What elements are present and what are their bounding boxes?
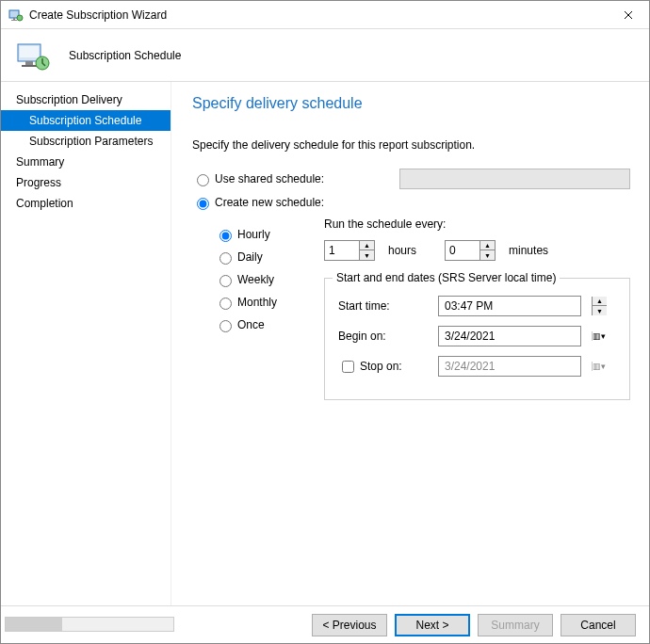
svg-rect-5 [20, 46, 39, 57]
calendar-dropdown-icon[interactable]: ▥▾ [592, 331, 606, 341]
page-title: Specify delivery schedule [192, 95, 630, 112]
create-new-label: Create new schedule: [215, 196, 324, 209]
sidebar-item-completion[interactable]: Completion [1, 193, 171, 214]
begin-on-field[interactable] [439, 330, 592, 343]
next-button[interactable]: Next > [395, 614, 470, 636]
main-panel: Specify delivery schedule Specify the de… [171, 82, 649, 605]
dates-legend: Start and end dates (SRS Server local ti… [333, 271, 560, 284]
sidebar-item-summary[interactable]: Summary [1, 152, 171, 172]
dates-fieldset: Start and end dates (SRS Server local ti… [324, 278, 630, 400]
hours-spinner[interactable]: ▲▼ [324, 240, 375, 261]
minutes-spinner[interactable]: ▲▼ [445, 240, 496, 261]
header: Subscription Schedule [1, 29, 649, 81]
sidebar-item-delivery[interactable]: Subscription Delivery [1, 89, 171, 110]
app-icon [8, 8, 24, 23]
hours-input[interactable] [325, 241, 359, 260]
previous-button[interactable]: < Previous [312, 614, 387, 636]
begin-on-label: Begin on: [338, 330, 438, 343]
minutes-input[interactable] [446, 241, 479, 260]
start-time-input[interactable]: ▲▼ [438, 296, 581, 316]
frequency-group: Hourly Daily Weekly Monthly Once [215, 227, 318, 340]
page-description: Specify the delivery schedule for this r… [192, 138, 630, 152]
time-up-icon[interactable]: ▲ [593, 297, 607, 306]
freq-weekly-radio[interactable] [219, 275, 232, 287]
sidebar-item-schedule[interactable]: Subscription Schedule [1, 110, 171, 131]
freq-monthly-radio[interactable] [219, 298, 232, 310]
summary-button: Summary [478, 614, 553, 636]
run-panel: Run the schedule every: ▲▼ hours ▲▼ minu… [324, 217, 630, 400]
freq-once-radio[interactable] [219, 320, 232, 332]
svg-rect-7 [22, 65, 37, 67]
freq-daily-label: Daily [237, 250, 263, 264]
freq-monthly-label: Monthly [237, 296, 277, 309]
calendar-dropdown-disabled-icon: ▥▾ [592, 362, 606, 371]
begin-on-input[interactable]: ▥▾ [438, 326, 581, 346]
header-subtitle: Subscription Schedule [69, 49, 181, 62]
sidebar-scrollbar[interactable] [5, 617, 174, 632]
sidebar: Subscription Delivery Subscription Sched… [1, 82, 171, 605]
create-new-radio[interactable] [197, 198, 209, 210]
stop-on-input: ▥▾ [438, 356, 581, 377]
use-shared-row: Use shared schedule: [192, 169, 630, 189]
stop-on-field [439, 360, 592, 373]
freq-once-label: Once [237, 318, 265, 331]
close-button[interactable] [607, 1, 649, 28]
body: Subscription Delivery Subscription Sched… [1, 81, 649, 605]
shared-schedule-select[interactable] [399, 169, 630, 189]
time-down-icon[interactable]: ▼ [593, 306, 607, 315]
stop-on-checkbox[interactable] [342, 361, 354, 373]
svg-rect-6 [25, 61, 33, 65]
minutes-unit: minutes [509, 244, 548, 257]
close-icon [624, 10, 633, 20]
use-shared-radio[interactable] [197, 174, 209, 186]
scrollbar-thumb[interactable] [6, 618, 62, 631]
svg-rect-1 [13, 18, 15, 20]
hours-unit: hours [388, 244, 416, 257]
window-title: Create Subscription Wizard [29, 8, 607, 22]
svg-rect-2 [11, 20, 17, 21]
freq-hourly-radio[interactable] [219, 230, 232, 242]
minutes-up-icon[interactable]: ▲ [480, 241, 495, 250]
svg-point-3 [17, 15, 23, 21]
wizard-window: Create Subscription Wizard Subscription … [0, 0, 650, 644]
run-every-label: Run the schedule every: [324, 217, 630, 231]
wizard-icon [14, 37, 52, 74]
use-shared-label: Use shared schedule: [215, 172, 324, 185]
titlebar: Create Subscription Wizard [1, 1, 649, 29]
sidebar-item-parameters[interactable]: Subscription Parameters [1, 131, 171, 152]
start-time-label: Start time: [338, 299, 438, 313]
hours-down-icon[interactable]: ▼ [360, 250, 374, 260]
minutes-down-icon[interactable]: ▼ [480, 250, 495, 260]
footer: < Previous Next > Summary Cancel [1, 605, 649, 643]
freq-hourly-label: Hourly [237, 228, 270, 241]
create-new-row: Create new schedule: [192, 195, 630, 210]
freq-daily-radio[interactable] [219, 252, 232, 265]
hours-up-icon[interactable]: ▲ [360, 241, 374, 250]
freq-weekly-label: Weekly [237, 273, 274, 286]
start-time-field[interactable] [439, 299, 592, 313]
sidebar-item-progress[interactable]: Progress [1, 172, 171, 193]
cancel-button[interactable]: Cancel [561, 614, 636, 636]
stop-on-label: Stop on: [360, 360, 402, 373]
